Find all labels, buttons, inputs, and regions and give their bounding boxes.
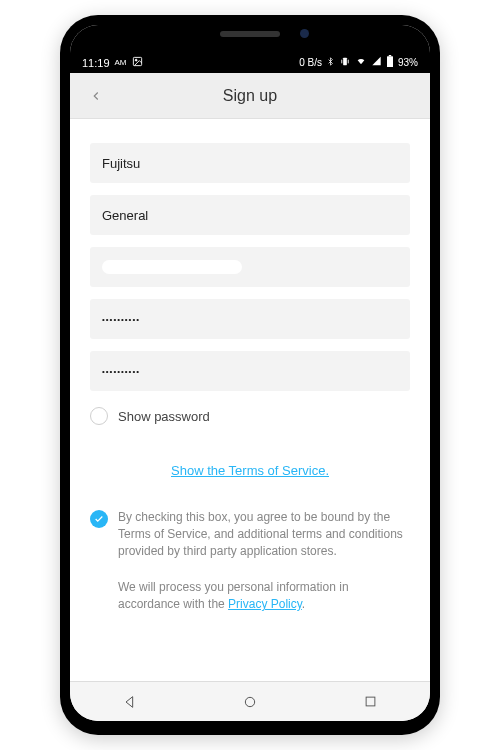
svg-rect-8 bbox=[366, 697, 375, 706]
chevron-left-icon bbox=[89, 89, 103, 103]
check-icon bbox=[94, 514, 104, 524]
network-speed: 0 B/s bbox=[299, 57, 322, 68]
svg-rect-5 bbox=[387, 56, 393, 67]
android-nav-bar bbox=[70, 681, 430, 721]
circle-home-icon bbox=[242, 694, 258, 710]
wifi-icon bbox=[355, 56, 367, 68]
phone-frame: 11:19 AM 0 B/s bbox=[60, 15, 440, 735]
status-time: 11:19 bbox=[82, 57, 110, 69]
svg-rect-2 bbox=[343, 57, 347, 64]
page-title: Sign up bbox=[70, 87, 430, 105]
show-password-row[interactable]: Show password bbox=[90, 407, 410, 425]
show-password-label: Show password bbox=[118, 409, 210, 424]
status-ampm: AM bbox=[115, 58, 127, 67]
content-area: Show password Show the Terms of Service.… bbox=[70, 119, 430, 681]
first-name-field[interactable] bbox=[90, 143, 410, 183]
bluetooth-icon bbox=[326, 56, 335, 69]
nav-home-button[interactable] bbox=[230, 687, 270, 717]
phone-speaker bbox=[220, 31, 280, 37]
image-icon bbox=[132, 56, 143, 69]
last-name-field[interactable] bbox=[90, 195, 410, 235]
privacy-policy-link[interactable]: Privacy Policy bbox=[228, 597, 302, 611]
agree-row: By checking this box, you agree to be bo… bbox=[90, 509, 410, 559]
square-recent-icon bbox=[363, 694, 378, 709]
nav-back-button[interactable] bbox=[110, 687, 150, 717]
vibrate-icon bbox=[339, 56, 351, 69]
agree-text: By checking this box, you agree to be bo… bbox=[118, 509, 410, 559]
phone-screen: 11:19 AM 0 B/s bbox=[70, 25, 430, 721]
svg-rect-4 bbox=[348, 59, 349, 63]
battery-icon bbox=[386, 55, 394, 69]
confirm-password-field[interactable] bbox=[90, 351, 410, 391]
svg-point-1 bbox=[135, 59, 137, 61]
privacy-text: We will process you personal information… bbox=[90, 579, 410, 613]
triangle-back-icon bbox=[122, 694, 138, 710]
redacted-overlay bbox=[102, 260, 242, 274]
password-field[interactable] bbox=[90, 299, 410, 339]
phone-camera bbox=[300, 29, 309, 38]
tos-link[interactable]: Show the Terms of Service. bbox=[171, 463, 329, 478]
svg-rect-3 bbox=[341, 59, 342, 63]
agree-checkbox[interactable] bbox=[90, 510, 108, 528]
svg-point-7 bbox=[245, 697, 254, 706]
show-password-radio[interactable] bbox=[90, 407, 108, 425]
privacy-suffix: . bbox=[302, 597, 305, 611]
back-button[interactable] bbox=[82, 82, 110, 110]
app-bar: Sign up bbox=[70, 73, 430, 119]
nav-recent-button[interactable] bbox=[350, 687, 390, 717]
signal-icon bbox=[371, 56, 382, 68]
tos-link-row: Show the Terms of Service. bbox=[90, 461, 410, 479]
battery-percent: 93% bbox=[398, 57, 418, 68]
svg-rect-6 bbox=[389, 55, 391, 56]
